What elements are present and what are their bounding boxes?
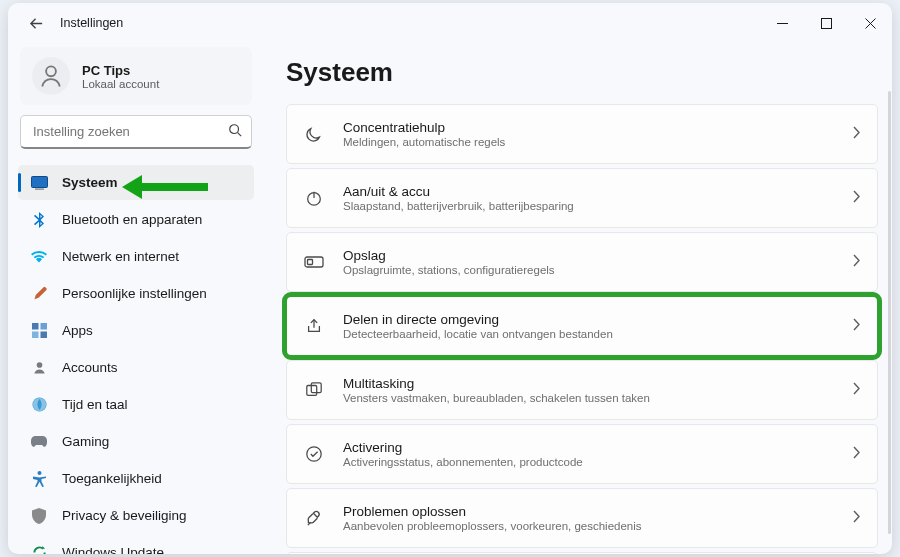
card-title: Concentratiehulp — [343, 120, 852, 135]
sidebar-item-label: Bluetooth en apparaten — [62, 212, 202, 227]
search-box — [20, 115, 252, 149]
sidebar-item-label: Windows Update — [62, 545, 164, 554]
nearby-sharing-icon — [303, 315, 325, 337]
sidebar-item-label: Gaming — [62, 434, 109, 449]
gaming-icon — [30, 433, 48, 451]
search-input[interactable] — [20, 115, 252, 149]
back-button[interactable] — [20, 7, 52, 39]
sidebar-item-privacy[interactable]: Privacy & beveiliging — [18, 498, 254, 533]
chevron-right-icon — [852, 253, 861, 271]
setting-card-recovery[interactable]: SysteemherstelOpnieuw instellen, geavanc… — [286, 552, 878, 554]
sidebar-item-netwerk[interactable]: Netwerk en internet — [18, 239, 254, 274]
sidebar-item-systeem[interactable]: Systeem — [18, 165, 254, 200]
power-battery-icon — [303, 187, 325, 209]
card-title: Aan/uit & accu — [343, 184, 852, 199]
user-subtitle: Lokaal account — [82, 78, 159, 90]
card-subtitle: Vensters vastmaken, bureaubladen, schake… — [343, 392, 852, 404]
svg-rect-7 — [40, 323, 47, 330]
svg-rect-0 — [777, 23, 788, 24]
card-subtitle: Activeringsstatus, abonnementen, product… — [343, 456, 852, 468]
multitasking-icon — [303, 379, 325, 401]
sidebar-item-label: Privacy & beveiliging — [62, 508, 187, 523]
network-icon — [30, 248, 48, 266]
accounts-icon — [30, 359, 48, 377]
svg-rect-4 — [31, 176, 47, 187]
arrow-left-icon — [29, 16, 44, 31]
setting-card-activation[interactable]: ActiveringActiveringsstatus, abonnemente… — [286, 424, 878, 484]
focus-assist-icon — [303, 123, 325, 145]
card-subtitle: Opslagruimte, stations, configuratierege… — [343, 264, 852, 276]
apps-icon — [30, 322, 48, 340]
close-button[interactable] — [848, 6, 892, 40]
setting-card-focus-assist[interactable]: ConcentratiehulpMeldingen, automatische … — [286, 104, 878, 164]
sidebar-item-persoonlijke[interactable]: Persoonlijke instellingen — [18, 276, 254, 311]
storage-icon — [303, 251, 325, 273]
card-title: Activering — [343, 440, 852, 455]
personalize-icon — [30, 285, 48, 303]
card-subtitle: Aanbevolen probleemoplossers, voorkeuren… — [343, 520, 852, 532]
sidebar-item-bluetooth[interactable]: Bluetooth en apparaten — [18, 202, 254, 237]
chevron-right-icon — [852, 125, 861, 143]
setting-card-storage[interactable]: OpslagOpslagruimte, stations, configurat… — [286, 232, 878, 292]
window-title: Instellingen — [60, 16, 123, 30]
sidebar-item-label: Toegankelijkheid — [62, 471, 162, 486]
page-title: Systeem — [286, 57, 878, 88]
chevron-right-icon — [852, 317, 861, 335]
setting-card-nearby-sharing[interactable]: Delen in directe omgevingDetecteerbaarhe… — [286, 296, 878, 356]
main-content: Systeem ConcentratiehulpMeldingen, autom… — [262, 43, 892, 554]
svg-point-3 — [230, 125, 239, 134]
svg-point-12 — [37, 471, 41, 475]
setting-card-power-battery[interactable]: Aan/uit & accuSlaapstand, batterijverbru… — [286, 168, 878, 228]
svg-rect-1 — [821, 18, 831, 28]
privacy-icon — [30, 507, 48, 525]
sidebar-item-gaming[interactable]: Gaming — [18, 424, 254, 459]
svg-rect-8 — [32, 332, 39, 339]
person-icon — [37, 62, 65, 90]
nav-list: Systeem Bluetooth en apparaten Netwerk e… — [18, 163, 254, 554]
sidebar-item-accounts[interactable]: Accounts — [18, 350, 254, 385]
maximize-button[interactable] — [804, 6, 848, 40]
troubleshoot-icon — [303, 507, 325, 529]
card-subtitle: Meldingen, automatische regels — [343, 136, 852, 148]
svg-rect-6 — [32, 323, 39, 330]
sidebar-item-label: Netwerk en internet — [62, 249, 179, 264]
accessibility-icon — [30, 470, 48, 488]
chevron-right-icon — [852, 509, 861, 527]
minimize-icon — [777, 18, 788, 29]
maximize-icon — [821, 18, 832, 29]
card-subtitle: Detecteerbaarheid, locatie van ontvangen… — [343, 328, 852, 340]
sidebar-item-label: Apps — [62, 323, 93, 338]
titlebar: Instellingen — [8, 3, 892, 43]
sidebar-item-tijd[interactable]: Tijd en taal — [18, 387, 254, 422]
sidebar: PC Tips Lokaal account Systeem — [8, 43, 262, 554]
bluetooth-icon — [30, 211, 48, 229]
update-icon — [30, 544, 48, 555]
avatar — [32, 57, 70, 95]
user-name: PC Tips — [82, 63, 159, 78]
card-title: Problemen oplossen — [343, 504, 852, 519]
minimize-button[interactable] — [760, 6, 804, 40]
card-title: Delen in directe omgeving — [343, 312, 852, 327]
sidebar-item-label: Systeem — [62, 175, 118, 190]
svg-point-19 — [307, 447, 321, 461]
search-icon — [228, 123, 242, 141]
chevron-right-icon — [852, 381, 861, 399]
sidebar-item-label: Tijd en taal — [62, 397, 128, 412]
chevron-right-icon — [852, 189, 861, 207]
system-icon — [30, 174, 48, 192]
scrollbar[interactable] — [888, 91, 891, 534]
close-icon — [865, 18, 876, 29]
sidebar-item-label: Accounts — [62, 360, 118, 375]
setting-card-multitasking[interactable]: MultitaskingVensters vastmaken, bureaubl… — [286, 360, 878, 420]
user-card[interactable]: PC Tips Lokaal account — [20, 47, 252, 105]
sidebar-item-apps[interactable]: Apps — [18, 313, 254, 348]
time-icon — [30, 396, 48, 414]
sidebar-item-toegankelijkheid[interactable]: Toegankelijkheid — [18, 461, 254, 496]
card-subtitle: Slaapstand, batterijverbruik, batterijbe… — [343, 200, 852, 212]
svg-point-10 — [36, 362, 42, 368]
svg-point-2 — [46, 66, 56, 76]
activation-icon — [303, 443, 325, 465]
sidebar-item-windowsupdate[interactable]: Windows Update — [18, 535, 254, 554]
svg-rect-9 — [40, 332, 47, 339]
setting-card-troubleshoot[interactable]: Problemen oplossenAanbevolen probleemopl… — [286, 488, 878, 548]
